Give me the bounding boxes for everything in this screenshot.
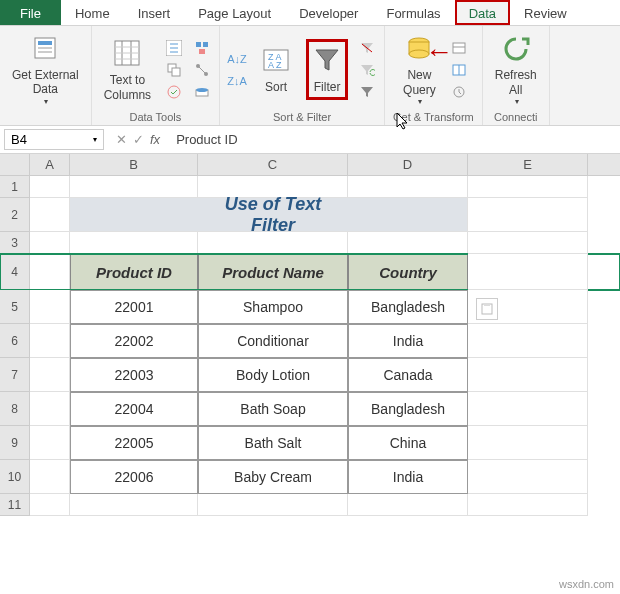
cell-name[interactable]: Conditionar [198, 324, 348, 358]
cell[interactable] [468, 232, 588, 254]
cell-name[interactable]: Shampoo [198, 290, 348, 324]
flash-fill-icon[interactable] [165, 39, 183, 57]
cell[interactable] [198, 232, 348, 254]
sort-desc-icon[interactable]: Z↓A [228, 72, 246, 90]
tab-home[interactable]: Home [61, 0, 124, 25]
recent-sources-icon[interactable] [450, 83, 468, 101]
cell[interactable] [468, 290, 588, 324]
enter-icon[interactable]: ✓ [133, 132, 144, 147]
col-header-c[interactable]: C [198, 154, 348, 175]
cell-name[interactable]: Baby Cream [198, 460, 348, 494]
header-product-id[interactable]: Product ID [70, 254, 198, 290]
cell[interactable] [30, 176, 70, 198]
clear-filter-icon[interactable] [358, 39, 376, 57]
cell-country[interactable]: Bangladesh [348, 392, 468, 426]
show-queries-icon[interactable] [450, 39, 468, 57]
cell[interactable] [30, 426, 70, 460]
cell[interactable] [30, 392, 70, 426]
cell[interactable] [468, 176, 588, 198]
formula-input[interactable]: Product ID [168, 130, 620, 149]
from-table-icon[interactable] [450, 61, 468, 79]
cell[interactable] [348, 232, 468, 254]
cell-name[interactable]: Bath Salt [198, 426, 348, 460]
data-validation-icon[interactable] [165, 83, 183, 101]
filter-button[interactable]: Filter [306, 39, 348, 99]
tab-review[interactable]: Review [510, 0, 581, 25]
cell[interactable] [468, 426, 588, 460]
col-header-d[interactable]: D [348, 154, 468, 175]
cell[interactable] [30, 460, 70, 494]
cell-country[interactable]: Bangladesh [348, 290, 468, 324]
title-cell[interactable] [70, 198, 198, 232]
consolidate-icon[interactable] [193, 39, 211, 57]
manage-data-model-icon[interactable] [193, 83, 211, 101]
cell-country[interactable]: China [348, 426, 468, 460]
cell[interactable] [70, 176, 198, 198]
cell[interactable] [468, 392, 588, 426]
header-product-name[interactable]: Product Name [198, 254, 348, 290]
cell-name[interactable]: Body Lotion [198, 358, 348, 392]
row-header-3[interactable]: 3 [0, 232, 30, 254]
row-header-4[interactable]: 4 [0, 254, 30, 290]
text-to-columns-button[interactable]: Text to Columns [100, 35, 155, 104]
tab-page-layout[interactable]: Page Layout [184, 0, 285, 25]
cell-country[interactable]: Canada [348, 358, 468, 392]
col-header-a[interactable]: A [30, 154, 70, 175]
sort-button[interactable]: Z AA Z Sort [256, 42, 296, 96]
cancel-icon[interactable]: ✕ [116, 132, 127, 147]
cell[interactable] [198, 494, 348, 516]
name-box[interactable]: B4 ▾ [4, 129, 104, 150]
advanced-filter-icon[interactable] [358, 83, 376, 101]
cell[interactable] [30, 232, 70, 254]
paste-options-icon[interactable] [476, 298, 498, 320]
cell-country[interactable]: India [348, 460, 468, 494]
refresh-all-button[interactable]: Refresh All ▾ [491, 30, 541, 108]
cell[interactable] [468, 494, 588, 516]
select-all-corner[interactable] [0, 154, 30, 175]
tab-data[interactable]: Data [455, 0, 510, 25]
row-header-2[interactable]: 2 [0, 198, 30, 232]
sort-asc-icon[interactable]: A↓Z [228, 50, 246, 68]
fx-icon[interactable]: fx [150, 132, 160, 147]
cell-id[interactable]: 22002 [70, 324, 198, 358]
cell-country[interactable]: India [348, 324, 468, 358]
cell[interactable] [468, 324, 588, 358]
row-header-9[interactable]: 9 [0, 426, 30, 460]
col-header-e[interactable]: E [468, 154, 588, 175]
row-header-1[interactable]: 1 [0, 176, 30, 198]
title-cell[interactable]: Use of Text Filter [198, 198, 348, 232]
row-header-6[interactable]: 6 [0, 324, 30, 358]
tab-formulas[interactable]: Formulas [372, 0, 454, 25]
cell[interactable] [30, 198, 70, 232]
row-header-11[interactable]: 11 [0, 494, 30, 516]
cell[interactable] [30, 494, 70, 516]
cell[interactable] [30, 254, 70, 290]
cell-name[interactable]: Bath Soap [198, 392, 348, 426]
get-external-data-button[interactable]: Get External Data ▾ [8, 30, 83, 108]
remove-duplicates-icon[interactable] [165, 61, 183, 79]
cell-id[interactable]: 22003 [70, 358, 198, 392]
cell[interactable] [30, 358, 70, 392]
cell[interactable] [70, 494, 198, 516]
reapply-icon[interactable] [358, 61, 376, 79]
cell-id[interactable]: 22006 [70, 460, 198, 494]
header-country[interactable]: Country [348, 254, 468, 290]
tab-insert[interactable]: Insert [124, 0, 185, 25]
cell[interactable] [468, 358, 588, 392]
cell[interactable] [30, 324, 70, 358]
cell[interactable] [468, 254, 588, 290]
cell-id[interactable]: 22005 [70, 426, 198, 460]
relationships-icon[interactable] [193, 61, 211, 79]
title-cell[interactable] [348, 198, 468, 232]
tab-file[interactable]: File [0, 0, 61, 25]
col-header-b[interactable]: B [70, 154, 198, 175]
row-header-8[interactable]: 8 [0, 392, 30, 426]
cell[interactable] [468, 460, 588, 494]
row-header-7[interactable]: 7 [0, 358, 30, 392]
tab-developer[interactable]: Developer [285, 0, 372, 25]
row-header-5[interactable]: 5 [0, 290, 30, 324]
cell-id[interactable]: 22004 [70, 392, 198, 426]
row-header-10[interactable]: 10 [0, 460, 30, 494]
cell[interactable] [348, 176, 468, 198]
cell[interactable] [30, 290, 70, 324]
